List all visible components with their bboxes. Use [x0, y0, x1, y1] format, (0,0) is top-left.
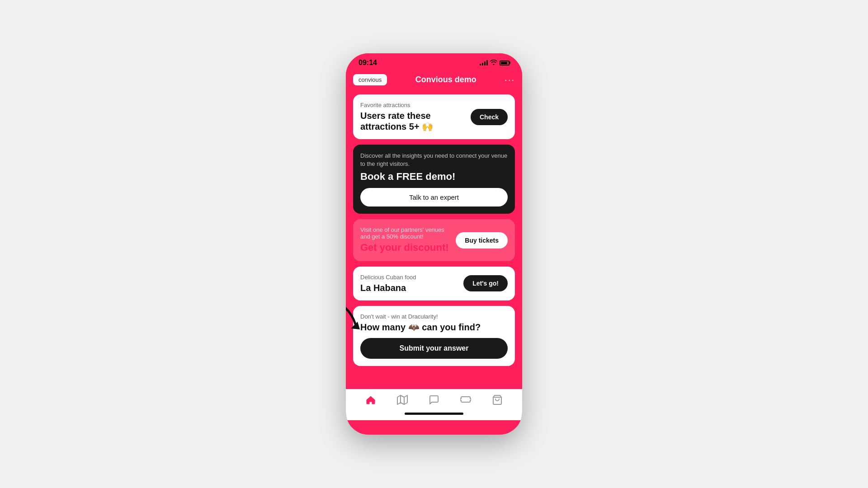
nav-more-button[interactable]: ··· — [505, 75, 515, 85]
card-3-title: Get your discount! — [360, 242, 450, 253]
dracularity-card: Don't wait - win at Dracularity! How man… — [353, 306, 515, 366]
top-nav: convious Convious demo ··· — [346, 70, 522, 91]
svg-marker-1 — [397, 395, 407, 404]
status-icons — [480, 60, 509, 66]
arrow-annotation — [346, 292, 364, 333]
wifi-icon — [490, 60, 497, 66]
card-1-title: Users rate these attractions 5+ 🙌 — [360, 110, 465, 132]
nav-ticket[interactable] — [460, 394, 471, 405]
card-4-title: La Habana — [360, 282, 458, 293]
card-4-subtitle: Delicious Cuban food — [360, 274, 458, 281]
submit-answer-button[interactable]: Submit your answer — [360, 338, 508, 359]
home-indicator-bar — [346, 409, 522, 420]
nav-home[interactable] — [365, 394, 376, 405]
nav-chat[interactable] — [429, 394, 439, 405]
card-1-subtitle: Favorite attractions — [360, 102, 465, 108]
card-5-subtitle: Don't wait - win at Dracularity! — [360, 313, 508, 320]
book-demo-card: Discover all the insights you need to co… — [353, 145, 515, 214]
phone-frame: 09:14 convious Convious demo · — [346, 53, 522, 435]
card-3-subtitle: Visit one of our partners' venues and ge… — [360, 226, 450, 240]
home-indicator — [405, 413, 463, 415]
talk-to-expert-button[interactable]: Talk to an expert — [360, 188, 508, 206]
discount-card: Visit one of our partners' venues and ge… — [353, 219, 515, 261]
card-2-body: Discover all the insights you need to co… — [360, 152, 508, 168]
card-5-title: How many 🦇 can you find? — [360, 322, 508, 333]
signal-icon — [480, 60, 488, 66]
card-2-title: Book a FREE demo! — [360, 171, 508, 183]
arrow-container: Don't wait - win at Dracularity! How man… — [353, 306, 515, 366]
nav-bag[interactable] — [492, 394, 503, 405]
favorite-attractions-card: Favorite attractions Users rate these at… — [353, 94, 515, 139]
status-bar: 09:14 — [346, 53, 522, 70]
status-time: 09:14 — [359, 59, 377, 67]
bottom-nav — [346, 389, 522, 409]
buy-tickets-button[interactable]: Buy tickets — [456, 232, 508, 249]
content-area: Favorite attractions Users rate these at… — [346, 91, 522, 389]
nav-map[interactable] — [397, 394, 408, 405]
nav-title: Convious demo — [415, 75, 476, 84]
convious-logo-button[interactable]: convious — [353, 74, 387, 85]
check-button[interactable]: Check — [471, 109, 508, 125]
lets-go-button[interactable]: Let's go! — [463, 275, 508, 291]
battery-icon — [500, 61, 509, 66]
la-habana-card: Delicious Cuban food La Habana Let's go! — [353, 267, 515, 300]
